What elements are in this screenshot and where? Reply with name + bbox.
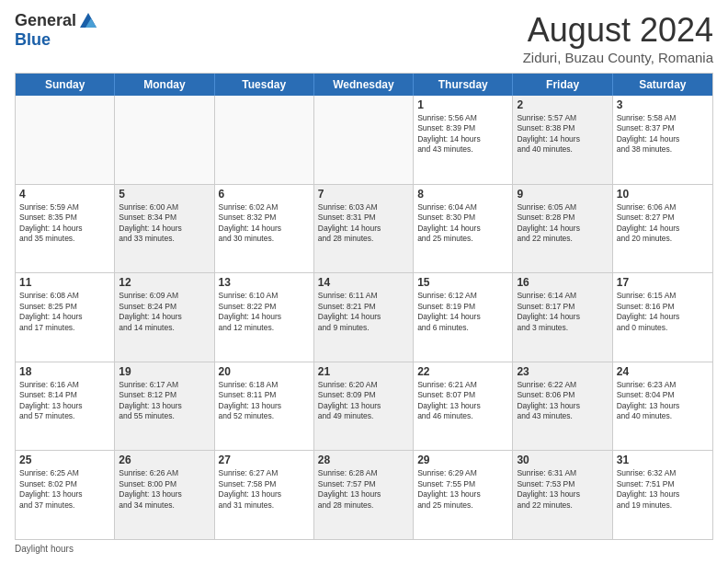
day-number: 4 [19, 188, 110, 201]
day-number: 12 [119, 276, 210, 289]
logo-icon [78, 11, 98, 31]
day-number: 29 [417, 454, 508, 466]
day-number: 21 [318, 365, 409, 378]
cal-header-cell-sunday: Sunday [16, 74, 115, 96]
cell-info: Sunrise: 6:12 AM Sunset: 8:19 PM Dayligh… [417, 291, 508, 333]
cal-header-cell-monday: Monday [115, 74, 214, 96]
cell-info: Sunrise: 6:02 AM Sunset: 8:32 PM Dayligh… [219, 202, 310, 245]
cal-row-3: 18Sunrise: 6:16 AM Sunset: 8:14 PM Dayli… [16, 362, 712, 452]
cal-cell: 23Sunrise: 6:22 AM Sunset: 8:06 PM Dayli… [513, 362, 612, 451]
day-number: 7 [318, 188, 409, 201]
cell-info: Sunrise: 6:05 AM Sunset: 8:28 PM Dayligh… [517, 202, 608, 245]
cell-info: Sunrise: 6:22 AM Sunset: 8:06 PM Dayligh… [517, 380, 608, 422]
day-number: 28 [318, 454, 409, 466]
cal-cell: 8Sunrise: 6:04 AM Sunset: 8:30 PM Daylig… [414, 185, 513, 273]
cal-header-cell-tuesday: Tuesday [215, 74, 314, 96]
day-number: 17 [617, 276, 709, 289]
cal-header-cell-wednesday: Wednesday [314, 74, 414, 96]
cell-info: Sunrise: 6:09 AM Sunset: 8:24 PM Dayligh… [119, 291, 210, 333]
cal-cell: 6Sunrise: 6:02 AM Sunset: 8:32 PM Daylig… [215, 185, 314, 273]
day-number: 16 [517, 276, 608, 289]
cell-info: Sunrise: 6:17 AM Sunset: 8:12 PM Dayligh… [119, 380, 210, 422]
cal-cell: 25Sunrise: 6:25 AM Sunset: 8:02 PM Dayli… [16, 451, 115, 539]
cal-cell: 1Sunrise: 5:56 AM Sunset: 8:39 PM Daylig… [414, 96, 513, 184]
calendar-header: SundayMondayTuesdayWednesdayThursdayFrid… [16, 74, 712, 96]
cell-info: Sunrise: 6:28 AM Sunset: 7:57 PM Dayligh… [318, 468, 409, 511]
cell-info: Sunrise: 6:15 AM Sunset: 8:16 PM Dayligh… [617, 291, 709, 333]
cell-info: Sunrise: 6:00 AM Sunset: 8:34 PM Dayligh… [119, 202, 210, 245]
cell-info: Sunrise: 6:03 AM Sunset: 8:31 PM Dayligh… [318, 202, 409, 245]
day-number: 10 [617, 188, 709, 201]
cell-info: Sunrise: 6:04 AM Sunset: 8:30 PM Dayligh… [417, 202, 508, 245]
cal-cell: 27Sunrise: 6:27 AM Sunset: 7:58 PM Dayli… [215, 451, 314, 539]
day-number: 15 [417, 276, 508, 289]
calendar: SundayMondayTuesdayWednesdayThursdayFrid… [15, 73, 713, 540]
cell-info: Sunrise: 6:11 AM Sunset: 8:21 PM Dayligh… [318, 291, 409, 333]
day-number: 9 [517, 188, 608, 201]
cell-info: Sunrise: 6:20 AM Sunset: 8:09 PM Dayligh… [318, 380, 409, 422]
cal-cell [314, 96, 414, 184]
cal-cell: 5Sunrise: 6:00 AM Sunset: 8:34 PM Daylig… [115, 185, 214, 273]
cell-info: Sunrise: 5:59 AM Sunset: 8:35 PM Dayligh… [19, 202, 110, 245]
calendar-body: 1Sunrise: 5:56 AM Sunset: 8:39 PM Daylig… [16, 96, 712, 539]
cal-cell [16, 96, 115, 184]
cal-cell: 9Sunrise: 6:05 AM Sunset: 8:28 PM Daylig… [513, 185, 612, 273]
cell-info: Sunrise: 6:10 AM Sunset: 8:22 PM Dayligh… [219, 291, 310, 333]
cal-cell: 3Sunrise: 5:58 AM Sunset: 8:37 PM Daylig… [613, 96, 712, 184]
day-number: 24 [617, 365, 709, 378]
day-number: 27 [219, 454, 310, 466]
cal-cell: 22Sunrise: 6:21 AM Sunset: 8:07 PM Dayli… [414, 362, 513, 451]
cal-cell: 28Sunrise: 6:28 AM Sunset: 7:57 PM Dayli… [314, 451, 414, 539]
cal-header-cell-friday: Friday [513, 74, 612, 96]
day-number: 6 [219, 188, 310, 201]
cal-header-cell-thursday: Thursday [414, 74, 513, 96]
cal-cell: 10Sunrise: 6:06 AM Sunset: 8:27 PM Dayli… [613, 185, 712, 273]
footer: Daylight hours [15, 544, 713, 554]
cal-cell: 30Sunrise: 6:31 AM Sunset: 7:53 PM Dayli… [513, 451, 612, 539]
page: General Blue August 2024 Ziduri, Buzau C… [0, 0, 728, 563]
cal-cell: 16Sunrise: 6:14 AM Sunset: 8:17 PM Dayli… [513, 273, 612, 362]
cal-cell: 31Sunrise: 6:32 AM Sunset: 7:51 PM Dayli… [613, 451, 712, 539]
cal-cell: 7Sunrise: 6:03 AM Sunset: 8:31 PM Daylig… [314, 185, 414, 273]
cell-info: Sunrise: 6:16 AM Sunset: 8:14 PM Dayligh… [19, 380, 110, 422]
cal-cell: 24Sunrise: 6:23 AM Sunset: 8:04 PM Dayli… [613, 362, 712, 451]
cell-info: Sunrise: 6:08 AM Sunset: 8:25 PM Dayligh… [19, 291, 110, 333]
day-number: 13 [219, 276, 310, 289]
day-number: 2 [517, 98, 608, 111]
month-year: August 2024 [523, 11, 713, 50]
day-number: 1 [417, 98, 508, 111]
daylight-label: Daylight hours [15, 544, 74, 554]
day-number: 5 [119, 188, 210, 201]
cell-info: Sunrise: 6:32 AM Sunset: 7:51 PM Dayligh… [617, 468, 709, 511]
day-number: 14 [318, 276, 409, 289]
cell-info: Sunrise: 6:25 AM Sunset: 8:02 PM Dayligh… [19, 468, 110, 511]
cell-info: Sunrise: 5:57 AM Sunset: 8:38 PM Dayligh… [517, 113, 608, 155]
day-number: 18 [19, 365, 110, 378]
cell-info: Sunrise: 6:18 AM Sunset: 8:11 PM Dayligh… [219, 380, 310, 422]
day-number: 25 [19, 454, 110, 466]
cell-info: Sunrise: 6:26 AM Sunset: 8:00 PM Dayligh… [119, 468, 210, 511]
day-number: 22 [417, 365, 508, 378]
day-number: 3 [617, 98, 709, 111]
cal-row-2: 11Sunrise: 6:08 AM Sunset: 8:25 PM Dayli… [16, 273, 712, 362]
cell-info: Sunrise: 6:27 AM Sunset: 7:58 PM Dayligh… [219, 468, 310, 511]
cell-info: Sunrise: 5:58 AM Sunset: 8:37 PM Dayligh… [617, 113, 709, 155]
day-number: 8 [417, 188, 508, 201]
cal-cell: 19Sunrise: 6:17 AM Sunset: 8:12 PM Dayli… [115, 362, 214, 451]
cal-row-1: 4Sunrise: 5:59 AM Sunset: 8:35 PM Daylig… [16, 185, 712, 274]
logo: General Blue [15, 11, 98, 50]
cell-info: Sunrise: 6:21 AM Sunset: 8:07 PM Dayligh… [417, 380, 508, 422]
header: General Blue August 2024 Ziduri, Buzau C… [15, 11, 713, 65]
cal-cell: 26Sunrise: 6:26 AM Sunset: 8:00 PM Dayli… [115, 451, 214, 539]
cell-info: Sunrise: 6:23 AM Sunset: 8:04 PM Dayligh… [617, 380, 709, 422]
cal-cell: 4Sunrise: 5:59 AM Sunset: 8:35 PM Daylig… [16, 185, 115, 273]
cal-cell: 2Sunrise: 5:57 AM Sunset: 8:38 PM Daylig… [513, 96, 612, 184]
day-number: 11 [19, 276, 110, 289]
logo-blue-text: Blue [15, 31, 98, 50]
cal-cell: 21Sunrise: 6:20 AM Sunset: 8:09 PM Dayli… [314, 362, 414, 451]
cal-cell: 17Sunrise: 6:15 AM Sunset: 8:16 PM Dayli… [613, 273, 712, 362]
cal-cell [215, 96, 314, 184]
cal-cell: 29Sunrise: 6:29 AM Sunset: 7:55 PM Dayli… [414, 451, 513, 539]
day-number: 31 [617, 454, 709, 466]
day-number: 23 [517, 365, 608, 378]
